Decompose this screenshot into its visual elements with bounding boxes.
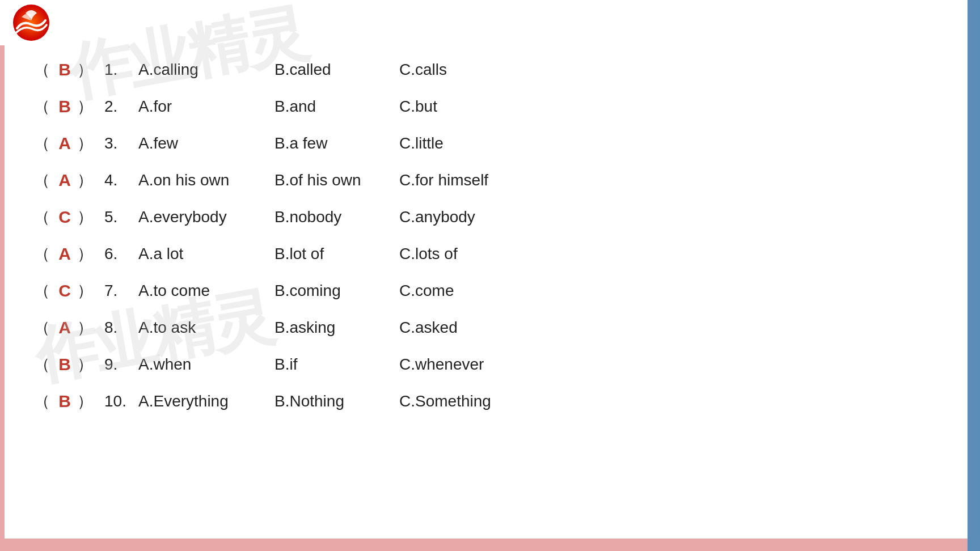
right-sidebar-accent (968, 0, 980, 551)
open-paren: （ (34, 389, 50, 413)
open-paren: （ (34, 58, 50, 82)
option-b-2: B.and (274, 95, 399, 118)
option-c-3: C.little (399, 132, 443, 155)
open-paren: （ (34, 132, 50, 155)
open-paren: （ (34, 95, 50, 118)
question-number-7: 7. (104, 279, 138, 303)
question-row: （ B ） 1. A.calling B.called C.calls (34, 51, 946, 88)
answer-8: A (54, 315, 75, 340)
question-number-10: 10. (104, 389, 138, 413)
option-c-5: C.anybody (399, 205, 475, 229)
open-paren: （ (34, 168, 50, 192)
option-b-1: B.called (274, 58, 399, 82)
answer-3: A (54, 130, 75, 156)
option-c-4: C.for himself (399, 168, 488, 192)
option-a-3: A.few (138, 132, 274, 155)
question-row: （ B ） 2. A.for B.and C.but (34, 88, 946, 125)
answer-9: B (54, 351, 75, 377)
close-paren: ） (77, 316, 93, 340)
question-row: （ B ） 10. A.Everything B.Nothing C.Somet… (34, 383, 946, 419)
question-number-4: 4. (104, 168, 138, 192)
option-b-10: B.Nothing (274, 389, 399, 413)
close-paren: ） (77, 58, 93, 82)
option-a-8: A.to ask (138, 316, 274, 340)
option-a-4: A.on his own (138, 168, 274, 192)
close-paren: ） (77, 132, 93, 155)
question-row: （ B ） 9. A.when B.if C.whenever (34, 346, 946, 383)
answer-5: C (54, 204, 75, 230)
open-paren: （ (34, 316, 50, 340)
option-c-7: C.come (399, 279, 454, 303)
answer-10: B (54, 388, 75, 414)
option-c-8: C.asked (399, 316, 458, 340)
close-paren: ） (77, 279, 93, 303)
question-number-5: 5. (104, 205, 138, 229)
option-b-7: B.coming (274, 279, 399, 303)
question-number-1: 1. (104, 58, 138, 82)
option-b-5: B.nobody (274, 205, 399, 229)
open-paren: （ (34, 205, 50, 229)
answer-4: A (54, 167, 75, 193)
header (0, 0, 980, 45)
bottom-bar-accent (0, 539, 968, 551)
close-paren: ） (77, 205, 93, 229)
option-c-1: C.calls (399, 58, 447, 82)
question-row: （ C ） 5. A.everybody B.nobody C.anybody (34, 198, 946, 235)
questions-list: （ B ） 1. A.calling B.called C.calls （ B … (34, 51, 946, 419)
main-container: 作业精灵 作业精灵 （ B ） 1. A.calling B.called C.… (0, 0, 980, 551)
open-paren: （ (34, 353, 50, 376)
question-number-2: 2. (104, 95, 138, 118)
answer-6: A (54, 241, 75, 266)
question-row: （ A ） 3. A.few B.a few C.little (34, 125, 946, 162)
option-c-6: C.lots of (399, 242, 458, 266)
close-paren: ） (77, 242, 93, 266)
option-a-2: A.for (138, 95, 274, 118)
option-b-4: B.of his own (274, 168, 399, 192)
option-b-9: B.if (274, 353, 399, 376)
question-number-9: 9. (104, 353, 138, 376)
option-c-10: C.Something (399, 389, 491, 413)
open-paren: （ (34, 242, 50, 266)
close-paren: ） (77, 389, 93, 413)
question-row: （ A ） 8. A.to ask B.asking C.asked (34, 309, 946, 346)
option-a-5: A.everybody (138, 205, 274, 229)
option-b-6: B.lot of (274, 242, 399, 266)
question-row: （ C ） 7. A.to come B.coming C.come (34, 272, 946, 309)
company-logo (11, 5, 51, 41)
close-paren: ） (77, 168, 93, 192)
left-accent-bar (0, 45, 5, 539)
close-paren: ） (77, 95, 93, 118)
content-area: （ B ） 1. A.calling B.called C.calls （ B … (0, 45, 980, 551)
option-c-9: C.whenever (399, 353, 484, 376)
open-paren: （ (34, 279, 50, 303)
option-a-1: A.calling (138, 58, 274, 82)
answer-7: C (54, 278, 75, 303)
question-row: （ A ） 4. A.on his own B.of his own C.for… (34, 162, 946, 198)
answer-2: B (54, 94, 75, 119)
option-b-3: B.a few (274, 132, 399, 155)
option-b-8: B.asking (274, 316, 399, 340)
close-paren: ） (77, 353, 93, 376)
question-number-6: 6. (104, 242, 138, 266)
option-c-2: C.but (399, 95, 437, 118)
option-a-6: A.a lot (138, 242, 274, 266)
question-number-8: 8. (104, 316, 138, 340)
question-row: （ A ） 6. A.a lot B.lot of C.lots of (34, 235, 946, 272)
option-a-7: A.to come (138, 279, 274, 303)
option-a-10: A.Everything (138, 389, 274, 413)
question-number-3: 3. (104, 132, 138, 155)
option-a-9: A.when (138, 353, 274, 376)
answer-1: B (54, 57, 75, 82)
